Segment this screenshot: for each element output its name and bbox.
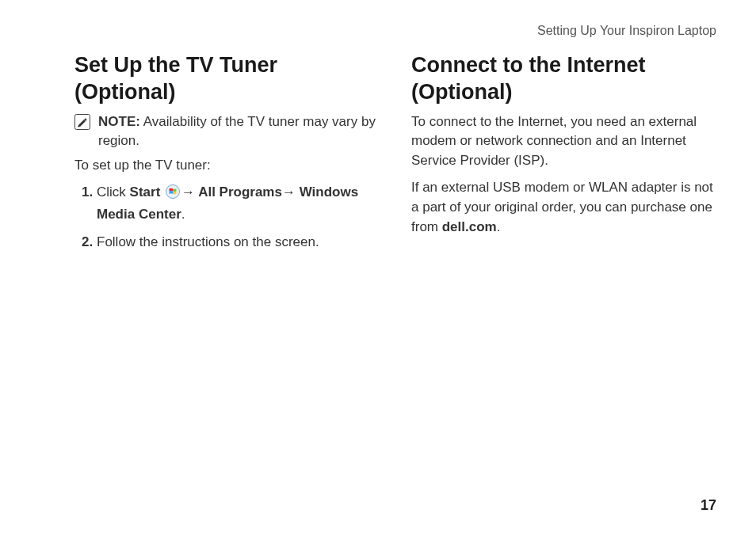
running-head: Setting Up Your Inspiron Laptop (74, 24, 716, 38)
step1-start: Start (130, 184, 164, 200)
page: Setting Up Your Inspiron Laptop Set Up t… (0, 0, 756, 536)
windows-start-icon (166, 184, 180, 205)
step-1: Click Start → All Programs→ Windows Medi… (97, 183, 380, 224)
right-column: Connect to the Internet (Optional) To co… (411, 52, 716, 260)
internet-heading: Connect to the Internet (Optional) (411, 52, 716, 106)
tv-tuner-intro: To set up the TV tuner: (74, 156, 380, 176)
tv-tuner-heading: Set Up the TV Tuner (Optional) (74, 52, 380, 106)
note-icon (74, 114, 90, 136)
dell-link-text: dell.com (442, 219, 497, 234)
note-block: NOTE: Availability of the TV tuner may v… (74, 112, 380, 151)
step1-arrow2: → (282, 184, 300, 200)
tv-tuner-steps: Click Start → All Programs→ Windows Medi… (74, 183, 380, 252)
internet-para1: To connect to the Internet, you need an … (411, 112, 716, 171)
internet-para2-c: . (497, 219, 501, 234)
note-body: Availability of the TV tuner may vary by… (98, 114, 376, 149)
internet-para2: If an external USB modem or WLAN adapter… (411, 178, 716, 237)
step1-allprograms: All Programs (198, 184, 282, 200)
step-2: Follow the instructions on the screen. (97, 233, 380, 253)
left-column: Set Up the TV Tuner (Optional) NOTE: Ava… (74, 52, 380, 260)
page-number: 17 (701, 497, 716, 514)
note-text: NOTE: Availability of the TV tuner may v… (98, 112, 380, 151)
step1-click: Click (97, 184, 130, 200)
content-columns: Set Up the TV Tuner (Optional) NOTE: Ava… (74, 52, 716, 260)
step1-arrow1: → (181, 184, 198, 200)
step1-period: . (181, 207, 185, 222)
note-label: NOTE: (98, 114, 140, 129)
